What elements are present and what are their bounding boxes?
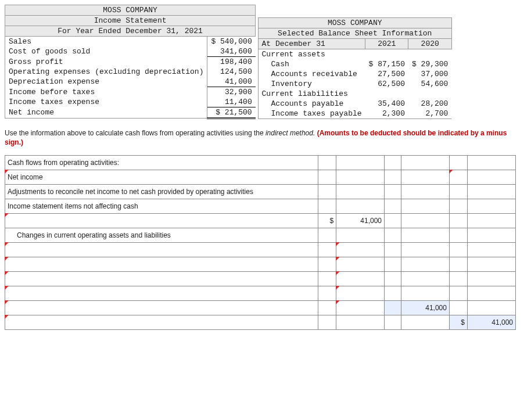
- ws-cell[interactable]: [318, 315, 336, 330]
- ws-cell[interactable]: [468, 170, 516, 185]
- ws-cell[interactable]: [318, 272, 336, 286]
- ws-input-item[interactable]: [5, 243, 318, 257]
- bs-cash-2021: $ 87,150: [365, 59, 408, 69]
- ws-cell[interactable]: [385, 257, 401, 272]
- ws-cell[interactable]: [318, 170, 336, 185]
- ws-cell[interactable]: [468, 257, 516, 272]
- is-row-sales-value: $ 540,000: [207, 37, 256, 47]
- bs-title: Selected Balance Sheet Information: [258, 28, 451, 39]
- ws-cell[interactable]: [449, 272, 467, 286]
- ws-cell[interactable]: [336, 228, 385, 243]
- ws-cell[interactable]: [449, 301, 467, 315]
- ws-cell[interactable]: [449, 156, 467, 170]
- ws-cell[interactable]: [468, 272, 516, 286]
- ws-subtotal1: 41,000: [401, 301, 450, 315]
- bs-ap-2021: 35,400: [365, 99, 408, 109]
- is-row-cogs-value: 341,600: [207, 46, 256, 57]
- instructions: Use the information above to calculate c…: [5, 129, 526, 147]
- ws-total-val: 41,000: [468, 315, 516, 330]
- ws-cell[interactable]: [336, 257, 385, 272]
- ws-cell[interactable]: [449, 286, 467, 301]
- ws-cell[interactable]: [318, 257, 336, 272]
- ws-cell[interactable]: [401, 185, 450, 199]
- ws-cell[interactable]: [336, 243, 385, 257]
- ws-cell[interactable]: [449, 257, 467, 272]
- ws-cell[interactable]: [318, 156, 336, 170]
- ws-cell[interactable]: [385, 228, 401, 243]
- is-company: MOSS COMPANY: [5, 5, 256, 16]
- ws-cell[interactable]: [449, 228, 467, 243]
- ws-cell[interactable]: [318, 243, 336, 257]
- ws-cell[interactable]: [449, 185, 467, 199]
- ws-cell[interactable]: [401, 315, 450, 330]
- ws-input-item[interactable]: [5, 257, 318, 272]
- bs-company: MOSS COMPANY: [258, 18, 451, 28]
- ws-cell[interactable]: [401, 170, 450, 185]
- ws-cell[interactable]: [336, 170, 385, 185]
- ws-cell[interactable]: [385, 243, 401, 257]
- ws-cell[interactable]: [385, 286, 401, 301]
- is-row-sales-label: Sales: [5, 37, 207, 47]
- ws-cell[interactable]: [401, 156, 450, 170]
- is-row-gp-label: Gross profit: [5, 57, 207, 67]
- ws-cell[interactable]: [336, 156, 385, 170]
- ws-cell[interactable]: [318, 228, 336, 243]
- ws-input-item[interactable]: [5, 315, 318, 330]
- ws-cell[interactable]: [401, 272, 450, 286]
- ws-input-item[interactable]: [5, 301, 318, 315]
- ws-cell[interactable]: [401, 214, 450, 228]
- ws-cell[interactable]: [385, 272, 401, 286]
- ws-cell[interactable]: [449, 170, 467, 185]
- ws-cell[interactable]: [385, 199, 401, 214]
- is-row-opexp-label: Operating expenses (excluding depreciati…: [5, 67, 207, 77]
- bs-current-assets-label: Current assets: [258, 49, 365, 60]
- bs-col-2021: 2021: [365, 39, 408, 49]
- ws-cell[interactable]: [336, 185, 385, 199]
- ws-cell[interactable]: [318, 286, 336, 301]
- ws-cell[interactable]: [468, 286, 516, 301]
- ws-cell[interactable]: [401, 257, 450, 272]
- ws-cell[interactable]: [318, 301, 336, 315]
- ws-cell[interactable]: [468, 185, 516, 199]
- instructions-text-a: Use the information above to calculate c…: [5, 129, 266, 137]
- bs-col-2020: 2020: [408, 39, 451, 49]
- ws-cell[interactable]: [336, 272, 385, 286]
- is-row-cogs-label: Cost of goods sold: [5, 46, 207, 57]
- ws-input-item[interactable]: [5, 214, 318, 228]
- ws-input-item[interactable]: [5, 272, 318, 286]
- ws-cell[interactable]: [468, 228, 516, 243]
- ws-cell[interactable]: [449, 214, 467, 228]
- bs-ap-label: Accounts payable: [258, 99, 365, 109]
- bs-inv-label: Inventory: [258, 79, 365, 89]
- ws-row-netincome[interactable]: Net income: [5, 170, 318, 185]
- ws-cell[interactable]: [385, 214, 401, 228]
- ws-cell[interactable]: [336, 315, 385, 330]
- ws-cell[interactable]: [401, 228, 450, 243]
- is-title: Income Statement: [5, 16, 256, 26]
- ws-cell[interactable]: [468, 301, 516, 315]
- ws-cell[interactable]: [336, 301, 385, 315]
- bs-ar-2021: 27,500: [365, 69, 408, 79]
- ws-cell[interactable]: [401, 286, 450, 301]
- is-row-dep-label: Depreciation expense: [5, 77, 207, 87]
- ws-cell[interactable]: [385, 156, 401, 170]
- ws-cell[interactable]: [468, 156, 516, 170]
- ws-cell[interactable]: [468, 243, 516, 257]
- ws-cell[interactable]: [468, 199, 516, 214]
- ws-cell[interactable]: [449, 199, 467, 214]
- ws-row-isitems: Income statement items not affecting cas…: [5, 199, 318, 214]
- ws-cell[interactable]: [336, 199, 385, 214]
- ws-cell[interactable]: [468, 214, 516, 228]
- ws-cell[interactable]: [449, 243, 467, 257]
- ws-cell[interactable]: [401, 199, 450, 214]
- ws-input-item[interactable]: [5, 286, 318, 301]
- ws-cell[interactable]: [385, 315, 401, 330]
- ws-cell[interactable]: [401, 243, 450, 257]
- bs-inv-2021: 62,500: [365, 79, 408, 89]
- ws-cell[interactable]: [318, 185, 336, 199]
- ws-dep-val[interactable]: 41,000: [336, 214, 385, 228]
- ws-cell[interactable]: [385, 170, 401, 185]
- ws-cell[interactable]: [385, 185, 401, 199]
- ws-cell[interactable]: [318, 199, 336, 214]
- ws-cell[interactable]: [336, 286, 385, 301]
